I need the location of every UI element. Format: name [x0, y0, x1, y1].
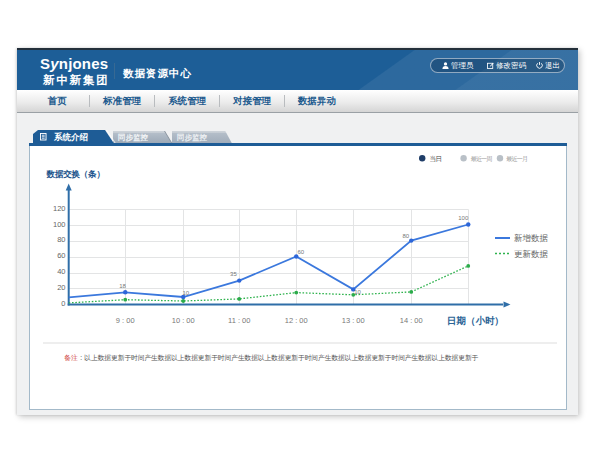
svg-text:20: 20 — [57, 283, 65, 292]
svg-text:新增数据: 新增数据 — [514, 233, 549, 243]
svg-text:14 : 00: 14 : 00 — [400, 316, 423, 325]
svg-text:80: 80 — [57, 235, 65, 244]
svg-text:100: 100 — [53, 220, 66, 229]
svg-text:数据交换（条）: 数据交换（条） — [45, 169, 104, 179]
svg-text:60: 60 — [297, 249, 304, 255]
svg-text:更新数据: 更新数据 — [514, 249, 549, 259]
svg-text:40: 40 — [57, 267, 65, 276]
svg-text:10: 10 — [182, 290, 189, 296]
svg-text:备注：以上数据更新于时间产生数据以上数据更新于时间产生数据以: 备注：以上数据更新于时间产生数据以上数据更新于时间产生数据以上数据更新于时间产生… — [64, 354, 478, 362]
svg-text:9 : 00: 9 : 00 — [116, 316, 135, 325]
svg-text:10 : 00: 10 : 00 — [172, 316, 195, 325]
svg-text:最近一周: 最近一周 — [470, 156, 492, 162]
svg-text:18: 18 — [119, 283, 126, 289]
svg-text:0: 0 — [61, 299, 65, 308]
svg-text:11 : 00: 11 : 00 — [228, 316, 250, 325]
svg-text:120: 120 — [53, 204, 66, 213]
svg-text:12 : 00: 12 : 00 — [285, 316, 308, 325]
svg-text:最近一月: 最近一月 — [506, 156, 527, 163]
svg-text:60: 60 — [57, 251, 65, 260]
svg-text:13 : 00: 13 : 00 — [342, 316, 365, 325]
svg-text:当日: 当日 — [429, 155, 441, 162]
svg-text:日期（小时）: 日期（小时） — [447, 315, 504, 327]
svg-text:100: 100 — [458, 215, 469, 221]
svg-text:35: 35 — [230, 271, 237, 277]
svg-text:80: 80 — [402, 233, 409, 239]
svg-text:10: 10 — [354, 289, 361, 295]
